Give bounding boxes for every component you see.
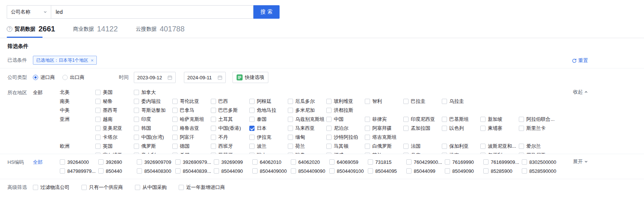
date-to-input[interactable]: 2024-09-11 — [184, 72, 226, 83]
region-option[interactable]: 中国(台湾) — [134, 133, 172, 142]
region-option[interactable]: 波兰 — [249, 142, 288, 151]
region-option[interactable]: 伊拉克 — [249, 133, 288, 142]
region-option[interactable]: 希腊 — [172, 151, 211, 154]
region-option[interactable]: 葡萄牙 — [211, 151, 249, 154]
hs-code-option[interactable]: 8504408300 — [137, 166, 175, 175]
region-option[interactable]: 瑞典 — [288, 151, 326, 154]
region-option[interactable]: 委内瑞拉 — [134, 97, 172, 106]
region-option[interactable]: 哥斯达黎加 — [134, 106, 172, 115]
region-option[interactable]: 哈萨克斯坦 — [172, 115, 211, 124]
region-option[interactable]: 阿塞拜疆 — [365, 124, 403, 133]
region-option[interactable]: 丹麦 — [403, 151, 442, 154]
date-from-input[interactable]: 2023-09-12 — [134, 72, 176, 83]
region-option[interactable]: 巴拿马 — [172, 106, 211, 115]
region-option[interactable]: 土耳其 — [211, 115, 249, 124]
hs-code-option[interactable]: 39269099 — [214, 157, 252, 166]
region-option[interactable]: 塔吉克斯坦 — [365, 133, 403, 142]
region-option[interactable]: 危地马拉 — [249, 106, 288, 115]
region-option[interactable]: 韩国 — [134, 124, 172, 133]
region-option[interactable]: 秘鲁 — [95, 97, 134, 106]
hs-code-option[interactable]: 76169990 — [445, 157, 483, 166]
region-option[interactable]: 多米尼加 — [288, 106, 326, 115]
hs-code-option[interactable]: 392690979... — [175, 157, 214, 166]
region-option[interactable]: 洪都拉斯 — [326, 106, 365, 115]
region-option[interactable]: 巴基斯坦 — [442, 115, 480, 124]
region-option[interactable]: 乌拉圭 — [442, 97, 480, 106]
close-icon[interactable]: × — [91, 58, 94, 63]
collapse-button[interactable]: 收起 — [573, 89, 588, 95]
hs-code-option[interactable]: 85285900 — [483, 166, 522, 175]
search-field-select[interactable]: 公司名称 — [7, 5, 51, 19]
region-option[interactable]: 爱尔兰 — [519, 142, 557, 151]
region-option[interactable]: 菲律宾 — [365, 115, 403, 124]
hs-code-option[interactable]: 64062020 — [291, 157, 329, 166]
region-option[interactable]: 卡塔尔 — [95, 133, 134, 142]
region-option[interactable]: 阿拉伯联合... — [519, 115, 557, 124]
tab-cloud-search-data[interactable]: 云搜数据401788 — [136, 25, 185, 38]
hs-code-option[interactable]: 85044099 — [406, 166, 445, 175]
hs-code-option[interactable]: 850440839... — [175, 166, 214, 175]
quick-options-button[interactable]: 快捷选项 — [232, 72, 268, 83]
hs-code-option[interactable]: 850440 — [98, 166, 137, 175]
region-option[interactable]: 格鲁吉亚 — [172, 124, 211, 133]
hs-code-option[interactable]: 85049090 — [445, 166, 483, 175]
region-option[interactable]: 柬埔寨 — [480, 124, 519, 133]
region-option[interactable]: 斯里兰卡 — [519, 124, 557, 133]
region-option[interactable]: 尼泊尔 — [326, 124, 365, 133]
region-option[interactable]: 巴巴多斯 — [211, 106, 249, 115]
search-input[interactable] — [51, 5, 253, 19]
hs-code-option[interactable]: 39264000 — [60, 157, 98, 166]
region-option[interactable]: 德国 — [172, 142, 211, 151]
region-option[interactable]: 波斯尼亚和... — [480, 142, 519, 151]
region-option[interactable]: 俄罗斯 — [134, 142, 172, 151]
region-option[interactable]: 孟加拉国 — [403, 124, 442, 133]
hs-code-option[interactable]: 3926909709 — [137, 157, 175, 166]
expand-button[interactable]: 展开 — [573, 158, 588, 165]
region-option[interactable]: 马其顿 — [326, 142, 365, 151]
region-option[interactable]: 意大利 — [134, 151, 172, 154]
region-option[interactable]: 新加坡 — [480, 115, 519, 124]
region-option[interactable]: 罗马尼亚 — [519, 151, 557, 154]
advanced-option[interactable]: 过滤物流公司 — [33, 183, 72, 192]
region-option[interactable]: 塞尔维亚 — [95, 151, 134, 154]
region-option[interactable]: 日本 — [249, 124, 288, 133]
hs-code-option[interactable]: 8504409090 — [291, 166, 329, 175]
hs-code-option[interactable]: 85044090 — [214, 166, 252, 175]
region-option[interactable]: 荷兰 — [288, 142, 326, 151]
region-option[interactable]: 哥伦比亚 — [172, 97, 211, 106]
region-option[interactable]: 匈牙利 — [480, 151, 519, 154]
region-option[interactable]: 芬兰 — [365, 151, 403, 154]
hs-code-option[interactable]: 731815 — [368, 157, 406, 166]
hs-code-option[interactable]: 8504409000 — [252, 166, 291, 175]
region-option[interactable]: 马来西亚 — [288, 124, 326, 133]
region-option[interactable]: 法国 — [403, 142, 442, 151]
hs-code-option[interactable]: 847989979... — [60, 166, 98, 175]
region-option[interactable]: 墨西哥 — [95, 106, 134, 115]
region-option[interactable]: 白俄罗斯 — [365, 142, 403, 151]
hs-all-button[interactable]: 全部 — [33, 157, 60, 166]
region-all-button[interactable]: 全部 — [33, 88, 60, 96]
radio-importer[interactable]: 进口商 — [33, 74, 55, 81]
region-option[interactable]: 保加利亚 — [442, 142, 480, 151]
region-option[interactable]: 英国 — [95, 142, 134, 151]
hs-code-option[interactable]: 761699909... — [483, 157, 522, 166]
region-option[interactable]: 泰国 — [249, 115, 288, 124]
region-option[interactable]: 沙特阿拉伯 — [326, 133, 365, 142]
region-option[interactable]: 巴西 — [211, 97, 249, 106]
hs-code-option[interactable]: 392690 — [98, 157, 137, 166]
region-option[interactable]: 玻利维亚 — [326, 97, 365, 106]
region-option[interactable]: 巴拉圭 — [403, 97, 442, 106]
region-option[interactable]: 亚美尼亚 — [95, 124, 134, 133]
hs-code-option[interactable]: 64062010 — [252, 157, 291, 166]
hs-code-option[interactable]: 8302500000 — [522, 157, 560, 166]
hs-code-option[interactable]: 8528590000 — [522, 166, 560, 175]
region-option[interactable]: 缅甸 — [288, 133, 326, 142]
region-option[interactable]: 厄瓜多尔 — [288, 97, 326, 106]
region-option[interactable]: 捷克 — [442, 151, 480, 154]
region-option[interactable]: 阿富汗 — [172, 133, 211, 142]
hs-code-option[interactable]: 8504409100 — [329, 166, 368, 175]
region-option[interactable]: 加拿大 — [134, 88, 172, 97]
region-option[interactable]: 挪威 — [326, 151, 365, 154]
region-option[interactable]: 越南 — [95, 115, 134, 124]
region-option[interactable]: 印度 — [134, 115, 172, 124]
